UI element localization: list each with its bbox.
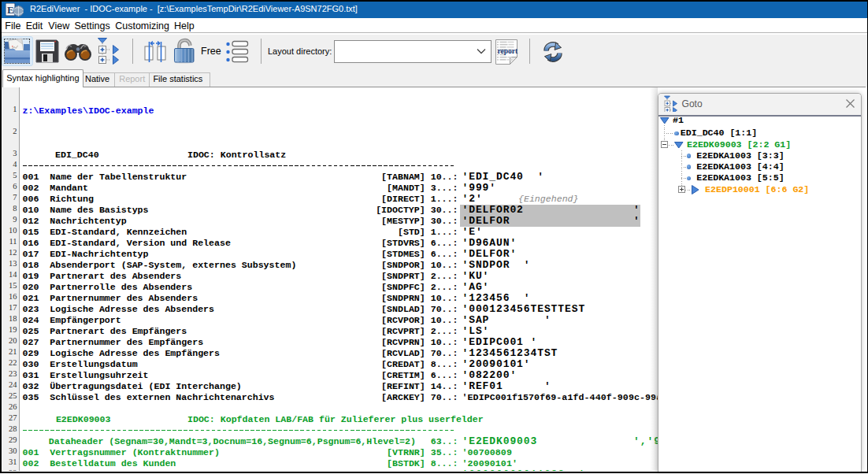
svg-text:E: E (7, 3, 14, 15)
svg-text:report: report (498, 46, 519, 54)
